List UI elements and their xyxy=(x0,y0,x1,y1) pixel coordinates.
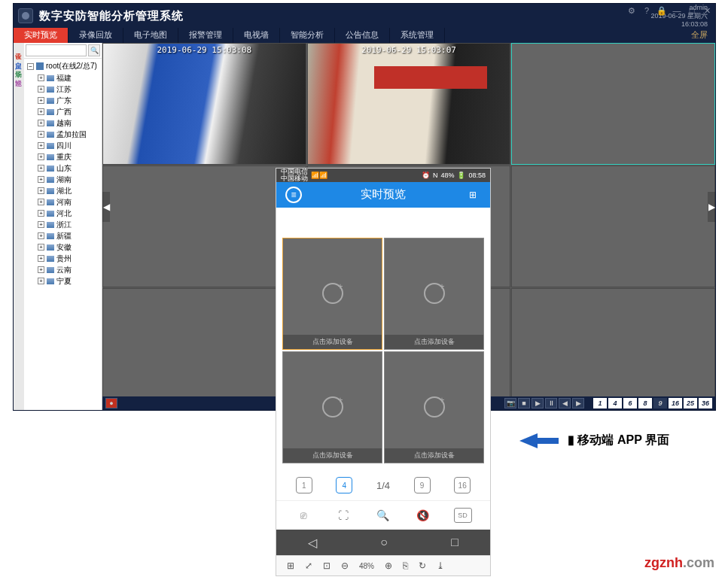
search-input[interactable] xyxy=(26,44,87,56)
minimize-icon[interactable]: — xyxy=(672,5,682,16)
lock-icon[interactable]: 🔒 xyxy=(656,5,667,16)
expand-icon[interactable]: + xyxy=(38,165,44,172)
expand-icon[interactable]: + xyxy=(38,187,44,194)
layout-4[interactable]: 4 xyxy=(608,398,622,408)
node-icon xyxy=(47,120,54,126)
mobile-cell-1[interactable]: 点击添加设备 xyxy=(282,238,382,350)
expand-icon[interactable]: + xyxy=(38,244,44,251)
tool-expand-icon[interactable]: ⤢ xyxy=(305,560,312,571)
expand-icon[interactable]: + xyxy=(38,97,44,104)
layout-1[interactable]: 1 xyxy=(593,398,607,408)
expand-icon[interactable]: + xyxy=(38,153,44,160)
maximize-icon[interactable]: □ xyxy=(687,5,697,16)
expand-icon[interactable]: + xyxy=(38,86,44,93)
mute-icon[interactable]: 🔇 xyxy=(414,508,432,523)
video-cell-6[interactable] xyxy=(511,165,715,287)
video-cell-3[interactable] xyxy=(511,43,715,165)
layout-6[interactable]: 6 xyxy=(623,398,637,408)
stop-icon[interactable]: ■ xyxy=(518,398,530,408)
tool-zoomin-icon[interactable]: ⊕ xyxy=(385,560,392,571)
clock-label: 08:58 xyxy=(468,172,486,179)
mobile-cell-2[interactable]: 点击添加设备 xyxy=(384,238,484,350)
time-label: 16:03:08 xyxy=(650,20,708,29)
tab-emap[interactable]: 电子地图 xyxy=(123,28,178,43)
expand-icon[interactable]: + xyxy=(38,278,44,284)
layout-25[interactable]: 25 xyxy=(684,398,697,408)
tab-live-preview[interactable]: 实时预览 xyxy=(14,28,69,43)
expand-icon[interactable]: + xyxy=(38,131,44,138)
settings-icon[interactable]: ⚙ xyxy=(626,5,637,16)
mobile-layout-4[interactable]: 4 xyxy=(336,477,352,493)
video-cell-1[interactable]: 2019-06-29 15:03:08 xyxy=(102,43,306,165)
tree-root[interactable]: − root(在线2/总7) xyxy=(27,60,102,72)
grid-icon[interactable]: ⊞ xyxy=(465,187,481,203)
expand-icon[interactable]: + xyxy=(38,199,44,205)
sd-button[interactable]: SD xyxy=(454,508,472,523)
next-page-icon[interactable]: ▶ xyxy=(708,192,715,222)
side-tab-custom[interactable]: 自定义 xyxy=(14,52,24,61)
expand-icon[interactable]: + xyxy=(38,142,44,149)
mobile-layout-16[interactable]: 16 xyxy=(454,477,471,493)
side-tab-scene[interactable]: 场景 xyxy=(14,61,24,70)
watermark: zgznh.com xyxy=(644,555,714,571)
zoom-icon[interactable]: 🔍 xyxy=(374,508,392,523)
next-icon[interactable]: ▶ xyxy=(572,398,584,408)
layout-16[interactable]: 16 xyxy=(669,398,682,408)
expand-icon[interactable]: + xyxy=(38,120,44,126)
play-icon[interactable]: ▶ xyxy=(532,398,544,408)
prev-page-icon[interactable]: ◀ xyxy=(102,192,110,222)
tool-grid-icon[interactable]: ⊞ xyxy=(287,560,294,571)
mobile-layout-9[interactable]: 9 xyxy=(414,477,431,493)
record-button[interactable]: ● xyxy=(105,398,117,408)
tool-rotate-icon[interactable]: ↻ xyxy=(419,560,426,571)
expand-icon[interactable]: + xyxy=(38,232,44,239)
video-cell-2[interactable]: 2019-06-29 15:03:07 xyxy=(307,43,511,165)
tab-tvwall[interactable]: 电视墙 xyxy=(233,28,280,43)
tool-fit-icon[interactable]: ⊡ xyxy=(323,560,330,571)
record-icon[interactable]: ⎚ xyxy=(294,508,312,523)
mobile-cell-3[interactable]: 点击添加设备 xyxy=(282,351,382,463)
fullscreen-button[interactable]: 全屏 xyxy=(684,28,715,43)
search-icon[interactable]: 🔍 xyxy=(88,44,100,56)
expand-icon[interactable]: + xyxy=(38,74,44,81)
snapshot-icon[interactable]: 📷 xyxy=(504,398,516,408)
close-icon[interactable]: ✕ xyxy=(702,5,712,16)
back-icon[interactable]: ◁ xyxy=(308,536,317,550)
collapse-icon[interactable]: − xyxy=(27,63,34,70)
tool-download-icon[interactable]: ⤓ xyxy=(437,560,444,571)
tab-announcement[interactable]: 公告信息 xyxy=(335,28,390,43)
recent-icon[interactable]: □ xyxy=(451,536,458,549)
expand-icon[interactable]: ⛶ xyxy=(334,508,352,523)
tab-analytics[interactable]: 智能分析 xyxy=(280,28,335,43)
expand-icon[interactable]: + xyxy=(38,266,44,273)
expand-icon[interactable]: + xyxy=(38,176,44,183)
tab-playback[interactable]: 录像回放 xyxy=(69,28,123,43)
prev-icon[interactable]: ◀ xyxy=(559,398,571,408)
carrier-labels: 中国电信 中国移动 xyxy=(281,169,308,182)
mobile-layout-1[interactable]: 1 xyxy=(296,477,312,493)
video-cell-9[interactable] xyxy=(511,288,715,410)
tool-copy-icon[interactable]: ⎘ xyxy=(403,560,408,571)
layout-8[interactable]: 8 xyxy=(638,398,652,408)
tab-alarm[interactable]: 报警管理 xyxy=(178,28,233,43)
expand-icon[interactable]: + xyxy=(38,210,44,217)
side-tab-patrol[interactable]: 轮巡 xyxy=(14,70,24,79)
watermark-rest: .com xyxy=(683,555,714,570)
help-icon[interactable]: ? xyxy=(641,5,652,16)
tab-system[interactable]: 系统管理 xyxy=(390,28,445,43)
side-tab-device[interactable]: 设备 xyxy=(14,43,24,52)
app-title: 数字安防智能分析管理系统 xyxy=(39,9,184,23)
pause-icon[interactable]: ⏸ xyxy=(545,398,557,408)
expand-icon[interactable]: + xyxy=(38,255,44,262)
expand-icon[interactable]: + xyxy=(38,108,44,115)
node-icon xyxy=(47,109,54,115)
node-icon xyxy=(47,87,54,93)
layout-9[interactable]: 9 xyxy=(653,398,667,408)
menu-icon[interactable]: ≡ xyxy=(285,187,302,203)
expand-icon[interactable]: + xyxy=(38,221,44,228)
tool-zoomout-icon[interactable]: ⊖ xyxy=(341,560,349,571)
home-icon[interactable]: ○ xyxy=(380,536,388,549)
layout-36[interactable]: 36 xyxy=(699,398,712,408)
tree-node: +广东 xyxy=(38,95,102,106)
mobile-cell-4[interactable]: 点击添加设备 xyxy=(384,351,484,463)
